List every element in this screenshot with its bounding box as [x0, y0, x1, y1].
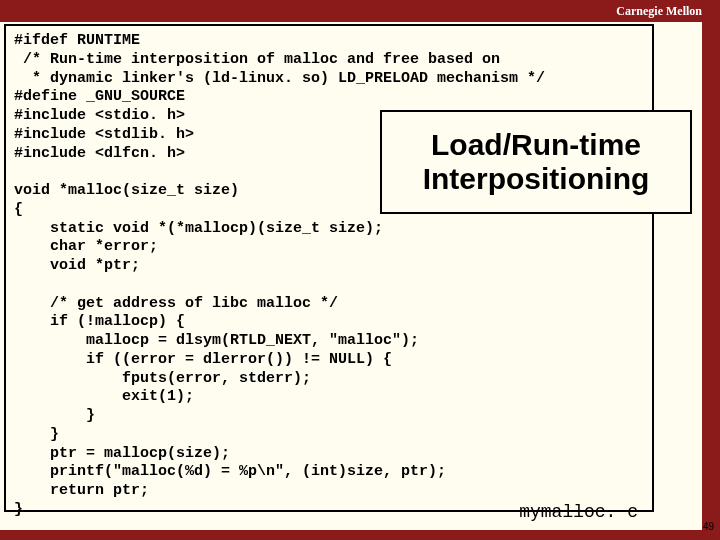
title-line-2: Interpositioning: [423, 162, 650, 197]
title-line-1: Load/Run-time: [431, 128, 641, 163]
code-listing: #ifdef RUNTIME /* Run-time interposition…: [4, 24, 654, 512]
page-number: 49: [703, 521, 714, 532]
source-filename: mymalloc. c: [519, 502, 638, 522]
slide-title-box: Load/Run-time Interpositioning: [380, 110, 692, 214]
institution-label: Carnegie Mellon: [616, 4, 702, 19]
